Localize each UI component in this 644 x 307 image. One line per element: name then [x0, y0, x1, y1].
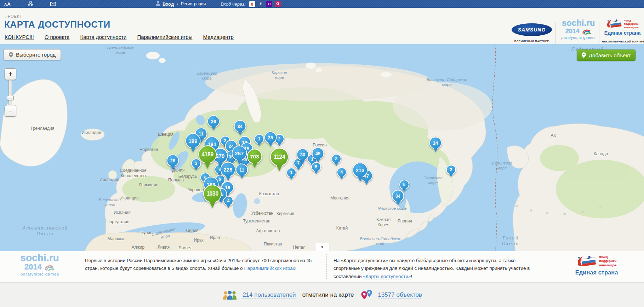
font-size-icon[interactable]: АА: [4, 1, 11, 7]
map-cluster-marker[interactable]: 267: [232, 146, 247, 161]
yandex-login-icon[interactable]: Я: [275, 1, 281, 7]
map-cluster-marker[interactable]: 213: [353, 163, 368, 178]
map-cluster-marker[interactable]: 703: [247, 149, 262, 164]
sochi-2014-logo[interactable]: sochi.ru 2014 paralympic games: [559, 19, 598, 40]
map-cluster-marker[interactable]: 4: [337, 167, 347, 177]
users-icon: [222, 290, 238, 300]
pin-icon: [9, 52, 13, 58]
map-cluster-marker[interactable]: 28: [167, 155, 179, 167]
divider: [599, 22, 599, 45]
main-nav: КОНКУРС!!!О проектеКарта доступностиПара…: [5, 34, 234, 40]
es-emblem-icon: [576, 255, 597, 269]
zoom-in-button[interactable]: +: [5, 68, 16, 80]
nav-item-0[interactable]: КОНКУРС!!!: [5, 34, 34, 40]
map-cluster-marker[interactable]: 1: [286, 168, 296, 178]
nav-item-3[interactable]: Паралимпийские игры: [137, 34, 192, 40]
add-object-button[interactable]: Добавить объект: [577, 50, 636, 61]
map-cluster-marker[interactable]: 11: [236, 164, 248, 176]
map-cluster-marker[interactable]: 2: [446, 165, 456, 175]
topbar: АА Вход • Регистрация Вход через: gfY!Я: [0, 0, 644, 8]
register-link[interactable]: Регистрация: [181, 1, 206, 6]
map-cluster-marker[interactable]: 30: [297, 149, 309, 161]
google-login-icon[interactable]: g: [249, 1, 255, 7]
agitos-icon: [43, 263, 55, 271]
zoom-slider-track[interactable]: [8, 79, 12, 107]
es-name-label: Единая страна: [602, 30, 643, 36]
divider: [555, 22, 555, 45]
header: ПРОЕКТ КАРТА ДОСТУПНОСТИ КОНКУРС!!!О про…: [0, 8, 644, 45]
footer-stats-bar: 214 пользователей отметили на карте 1357…: [0, 282, 644, 307]
map-pins-icon: [360, 289, 373, 301]
login-separator: •: [177, 2, 178, 6]
es-fund-label: Фонд поддержки инвалидов: [624, 19, 638, 29]
map-cluster-marker[interactable]: 199: [186, 133, 201, 149]
social-login-icons: gfY!Я: [249, 1, 281, 7]
sochi-2014-footer-logo[interactable]: sochi.ru 2014 paralympic games: [4, 253, 76, 276]
login-via-label: Вход через:: [221, 1, 246, 7]
zoom-slider-handle[interactable]: [7, 96, 14, 100]
map-cluster-marker[interactable]: 5: [311, 162, 321, 172]
user-icon: [156, 1, 160, 7]
es-name-label: Единая страна: [575, 269, 618, 276]
pin-icon: [582, 52, 586, 58]
zoom-out-button[interactable]: −: [5, 105, 16, 117]
map-cluster-marker[interactable]: 1030: [203, 185, 222, 203]
es-caption: НЕКОММЕРЧЕСКИЙ ПАРТНЕР: [602, 40, 643, 43]
map-cluster-marker[interactable]: 8: [331, 154, 341, 164]
accessibility-map-info-text: На «Карте доступности» вы найдете безбар…: [334, 257, 541, 280]
sitemap-icon[interactable]: [28, 1, 33, 6]
es-emblem-icon: [606, 18, 622, 30]
map-cluster-marker[interactable]: 14: [429, 137, 442, 149]
samsung-caption: ВСЕМИРНЫЙ ПАРТНЕР: [511, 40, 553, 43]
yahoo-login-icon[interactable]: Y!: [266, 1, 272, 7]
nav-item-4[interactable]: Медиацентр: [203, 34, 233, 40]
info-strip: sochi.ru 2014 paralympic games Первые в …: [0, 251, 644, 282]
paralympics-info-text: Первые в истории России Паралимпийские з…: [85, 257, 323, 273]
project-label: ПРОЕКТ: [5, 14, 22, 18]
map-cluster-marker[interactable]: 4189: [198, 145, 217, 164]
users-count-link[interactable]: 214 пользователей: [243, 291, 296, 299]
edinaya-strana-footer-logo[interactable]: Фонд поддержки инвалидов Единая страна: [554, 255, 639, 276]
paralympic-games-link[interactable]: Паралимпийских играх!: [244, 266, 296, 271]
es-fund-label: Фонд поддержки инвалидов: [599, 255, 616, 267]
map-cluster-marker[interactable]: 45: [312, 147, 324, 160]
edinaya-strana-logo[interactable]: Фонд поддержки инвалидов Единая страна Н…: [602, 18, 643, 43]
map-cluster-marker[interactable]: 28: [264, 132, 277, 144]
page-title: КАРТА ДОСТУПНОСТИ: [4, 19, 110, 30]
agitos-icon: [581, 28, 592, 35]
nav-item-1[interactable]: О проекте: [45, 34, 70, 40]
divider: [326, 254, 327, 279]
collapse-panel-tab[interactable]: ▼: [315, 243, 329, 251]
accessibility-map-link[interactable]: «Карты доступности»: [363, 274, 411, 279]
map-cluster-marker[interactable]: 1124: [270, 148, 289, 166]
map-cluster-marker[interactable]: 34: [392, 190, 404, 202]
map-cluster-marker[interactable]: 226: [221, 162, 236, 177]
map-cluster-marker[interactable]: 26: [207, 115, 220, 128]
mail-icon[interactable]: [50, 2, 56, 6]
nav-item-2[interactable]: Карта доступности: [80, 34, 126, 40]
map-cluster-marker[interactable]: 1: [254, 134, 264, 144]
map-cluster-marker[interactable]: 5: [399, 180, 409, 190]
facebook-login-icon[interactable]: f: [258, 1, 264, 7]
map-cluster-marker[interactable]: 3: [191, 158, 201, 168]
map-canvas[interactable]: Ледовитый ОкеанГренландское мореБаренцев…: [0, 44, 644, 251]
objects-count-link[interactable]: 13577 объектов: [378, 291, 422, 299]
stats-middle-text: отметили на карте: [302, 291, 354, 299]
select-city-button[interactable]: Выберите город: [4, 49, 61, 60]
samsung-logo[interactable]: SAMSUNG ВСЕМИРНЫЙ ПАРТНЕР: [511, 18, 553, 43]
login-link[interactable]: Вход: [163, 1, 174, 7]
map-cluster-marker[interactable]: 34: [234, 120, 246, 133]
map-background: [0, 44, 644, 251]
